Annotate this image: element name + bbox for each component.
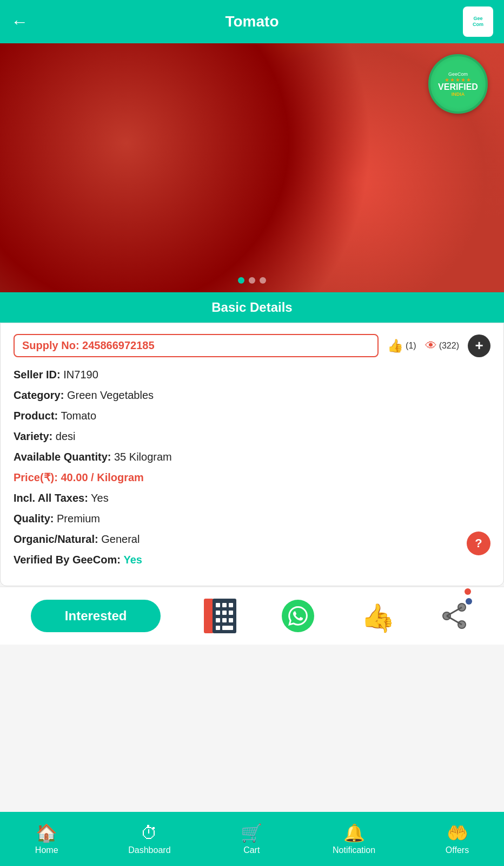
app-header: ← Tomato GeeCom [0, 0, 504, 43]
product-row: Product: Tomato [14, 408, 490, 423]
nav-dashboard[interactable]: ⏱ Dashboard [128, 823, 170, 855]
badge-verified-text: VERIFIED [438, 83, 478, 91]
dashboard-icon: ⏱ [141, 823, 158, 843]
nav-dashboard-label: Dashboard [128, 845, 170, 855]
verified-row: Verified By GeeCom: Yes [14, 552, 490, 567]
category-value: Green Vegetables [67, 389, 154, 401]
details-card: Supply No: 245866972185 👍 (1) 👁 (322) + … [0, 323, 504, 586]
organic-row: Organic/Natural: General ? [14, 532, 490, 547]
like-count: (1) [406, 341, 416, 351]
nav-home[interactable]: 🏠 Home [35, 823, 58, 855]
product-label: Product: [14, 410, 58, 422]
supply-row: Supply No: 245866972185 👍 (1) 👁 (322) + [14, 334, 490, 357]
back-button[interactable]: ← [11, 12, 28, 32]
help-button[interactable]: ? [467, 532, 490, 555]
product-value: Tomato [61, 410, 96, 422]
cart-icon: 🛒 [241, 823, 262, 843]
home-icon: 🏠 [36, 823, 57, 843]
bottom-nav: 🏠 Home ⏱ Dashboard 🛒 Cart 🔔 Notification… [0, 812, 504, 866]
nav-offers-label: Offers [446, 845, 469, 855]
eye-icon: 👁 [425, 339, 437, 353]
share-button[interactable] [435, 597, 473, 635]
badge-stars: ★★★★★ [438, 77, 478, 83]
available-qty-label: Available Quantity: [14, 451, 111, 463]
seller-id-label: Seller ID: [14, 369, 61, 380]
incl-taxes-row: Incl. All Taxes: Yes [14, 490, 490, 506]
available-qty-row: Available Quantity: 35 Kilogram [14, 449, 490, 464]
category-label: Category: [14, 389, 64, 401]
section-title: Basic Details [11, 300, 493, 315]
category-row: Category: Green Vegetables [14, 388, 490, 403]
nav-home-label: Home [35, 845, 58, 855]
verified-by-value: Yes [123, 554, 142, 566]
dot-2[interactable] [249, 277, 255, 284]
view-section: 👁 (322) [425, 339, 459, 353]
supply-no-text: Supply No: 245866972185 [22, 339, 155, 351]
nav-cart[interactable]: 🛒 Cart [241, 823, 262, 855]
basic-details-header: Basic Details [0, 292, 504, 323]
svg-rect-3 [222, 603, 227, 607]
svg-line-19 [447, 607, 462, 616]
whatsapp-button[interactable] [279, 597, 317, 635]
add-button[interactable]: + [468, 334, 490, 357]
supply-no-box[interactable]: Supply No: 245866972185 [14, 334, 379, 357]
svg-rect-0 [204, 599, 214, 633]
share-icon [440, 602, 468, 630]
seller-id-value: IN7190 [63, 369, 98, 380]
badge-geecom-text: GeeCom [438, 71, 478, 77]
view-count: (322) [439, 341, 459, 351]
svg-line-20 [447, 616, 462, 625]
incl-taxes-label: Incl. All Taxes: [14, 492, 88, 504]
thumbs-down-action-icon: 👎 [375, 616, 394, 634]
price-row: Price(₹): 40.00 / Kilogram [14, 470, 490, 485]
quality-label: Quality: [14, 513, 54, 524]
notification-icon: 🔔 [343, 823, 365, 843]
svg-rect-5 [216, 611, 220, 615]
quality-row: Quality: Premium [14, 511, 490, 526]
seller-id-row: Seller ID: IN7190 [14, 367, 490, 382]
badge-india-text: INDIA [438, 91, 478, 97]
dot-1[interactable] [238, 277, 244, 284]
interested-button[interactable]: Interested [31, 600, 161, 632]
action-bar-container: Interested [0, 586, 504, 645]
verified-by-label: Verified By GeeCom: [14, 554, 121, 566]
svg-rect-4 [229, 603, 233, 607]
price-value: 40.00 / Kilogram [61, 471, 143, 483]
svg-rect-11 [216, 626, 220, 630]
offers-icon: 🤲 [447, 823, 468, 843]
product-image: GeeCom ★★★★★ VERIFIED INDIA [0, 43, 504, 292]
variety-value: desi [56, 430, 76, 442]
nav-notification-label: Notification [333, 845, 375, 855]
verified-badge: GeeCom ★★★★★ VERIFIED INDIA [428, 54, 488, 114]
action-bar: Interested [0, 587, 504, 645]
whatsapp-icon [282, 600, 314, 632]
page-title: Tomato [225, 13, 278, 30]
like-section[interactable]: 👍 (1) [387, 338, 416, 353]
incl-taxes-value: Yes [91, 492, 109, 504]
logo: GeeCom [463, 6, 493, 37]
price-label: Price(₹): [14, 471, 58, 483]
svg-rect-2 [216, 603, 220, 607]
details-section: Basic Details Supply No: 245866972185 👍 … [0, 292, 504, 645]
nav-notification[interactable]: 🔔 Notification [333, 823, 375, 855]
organic-value: General [101, 533, 140, 545]
thumbs-up-icon: 👍 [387, 338, 403, 353]
svg-rect-7 [229, 611, 233, 615]
nav-offers[interactable]: 🤲 Offers [446, 823, 469, 855]
svg-rect-12 [222, 626, 233, 630]
svg-rect-8 [216, 618, 220, 622]
variety-label: Variety: [14, 430, 52, 442]
svg-rect-10 [229, 618, 233, 622]
like-button[interactable]: 👍 👎 [357, 597, 395, 635]
quality-value: Premium [57, 513, 100, 524]
variety-row: Variety: desi [14, 429, 490, 444]
svg-rect-9 [222, 618, 227, 622]
nav-cart-label: Cart [243, 845, 260, 855]
calculator-icon [204, 599, 236, 633]
organic-label: Organic/Natural: [14, 533, 98, 545]
calculator-button[interactable] [201, 597, 239, 635]
dot-3[interactable] [260, 277, 266, 284]
image-carousel-dots [238, 277, 266, 284]
available-qty-value: 35 Kilogram [114, 451, 172, 463]
share-dot [465, 588, 471, 595]
